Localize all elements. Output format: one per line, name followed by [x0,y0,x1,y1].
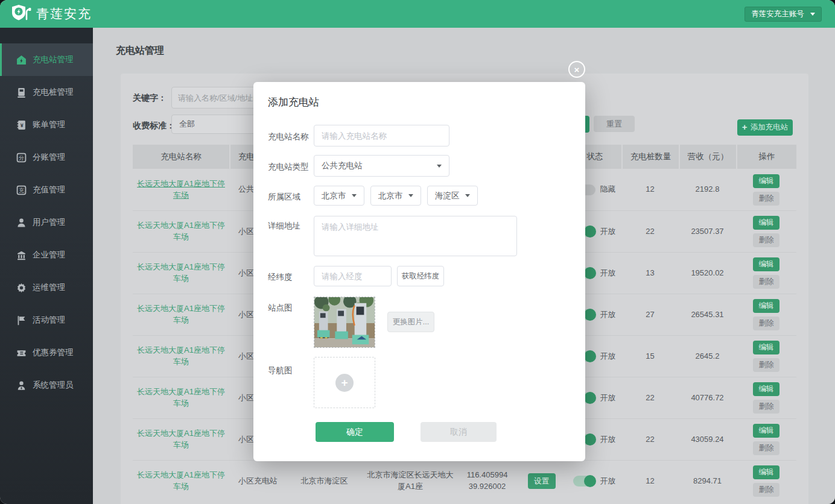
status-toggle[interactable] [573,476,595,487]
latlng-label: 经纬度 [268,272,314,283]
sidebar-item-5[interactable]: 用户管理 [0,206,93,239]
revenue-cell: 23507.37 [679,211,736,252]
longitude-value: 116.405994 [467,470,508,481]
sidebar-item-0[interactable]: 充电站管理 [0,43,93,76]
sidebar-item-7[interactable]: 运维管理 [0,271,93,304]
station-name-input[interactable] [314,125,449,146]
sidebar-item-label: 充电桩管理 [33,87,74,98]
reset-button[interactable]: 重置 [594,116,635,132]
split-icon: 分 [16,152,27,163]
revenue-cell: 2192.8 [679,169,736,210]
bill-icon: ¥ [16,119,27,130]
sidebar-item-8[interactable]: 活动管理 [0,304,93,336]
status-label: 隐藏 [600,184,616,195]
svg-text:¥: ¥ [20,122,23,128]
station-type-select[interactable]: 公共充电站 [314,155,449,177]
site-photo-thumbnail[interactable] [314,297,375,348]
edit-button[interactable]: 编辑 [753,465,779,479]
region-province-select[interactable]: 北京市 [314,186,364,206]
address-cell: 北京市海淀区长远天地大厦A1座 [362,461,459,502]
address-textarea[interactable] [314,216,517,256]
sidebar-item-1[interactable]: 充电桩管理 [0,76,93,109]
sidebar-item-4[interactable]: 充充值管理 [0,174,93,206]
brand-logo: 青莲安充 [11,3,92,25]
actions-cell: 编辑删除 [736,419,796,460]
station-name-link[interactable]: 长远天地大厦A1座地下停车场 [136,262,226,285]
delete-button[interactable]: 删除 [753,275,779,289]
chevron-down-icon [352,194,357,200]
edit-button[interactable]: 编辑 [753,257,779,271]
confirm-button[interactable]: 确定 [316,422,394,442]
cancel-button[interactable]: 取消 [421,422,497,442]
svg-text:充: 充 [18,187,24,194]
recharge-icon: 充 [16,184,27,195]
settings-button[interactable]: 设置 [528,473,556,489]
sidebar-item-label: 充电站管理 [33,54,74,65]
station-name-link[interactable]: 长远天地大厦A1座地下停车场 [136,386,226,409]
sidebar: 充电站管理充电桩管理¥账单管理分分账管理充充值管理用户管理企业管理运维管理活动管… [0,28,93,504]
station-name-link[interactable]: 长远天地大厦A1座地下停车场 [136,428,226,451]
user-icon [16,217,27,228]
delete-button[interactable]: 删除 [753,192,779,206]
edit-button[interactable]: 编辑 [753,216,779,230]
change-photo-button[interactable]: 更换图片... [387,312,434,332]
delete-button[interactable]: 删除 [753,400,779,414]
region-city-value: 北京市 [378,191,408,201]
longitude-input[interactable] [314,266,392,286]
delete-button[interactable]: 删除 [753,483,779,497]
delete-button[interactable]: 删除 [753,441,779,455]
delete-button[interactable]: 删除 [753,233,779,247]
sidebar-item-label: 优惠券管理 [33,347,74,358]
svg-text:分: 分 [17,155,24,161]
add-station-modal: 添加充电站 充电站名称 充电站类型 公共充电站 所属区域 北京市 北京市 海淀区 [253,82,585,461]
flag-icon [16,315,27,326]
edit-button[interactable]: 编辑 [753,424,779,438]
station-name-link[interactable]: 长远天地大厦A1座地下停车场 [136,178,226,201]
pile-count-cell: 13 [621,253,679,294]
get-latlng-button[interactable]: 获取经纬度 [397,266,444,286]
add-station-button[interactable]: + 添加充电站 [737,119,793,136]
latlng-cell: 116.40599439.926002 [459,461,516,502]
delete-button[interactable]: 删除 [753,317,779,330]
actions-cell: 编辑删除 [736,253,796,294]
sidebar-item-2[interactable]: ¥账单管理 [0,109,93,141]
account-dropdown[interactable]: 青莲安充主账号 [745,7,822,22]
pile-count-cell: 12 [621,461,679,502]
station-name-cell: 长远天地大厦A1座地下停车场 [133,377,229,418]
region-city-select[interactable]: 北京市 [370,186,421,206]
actions-box: 编辑删除 [753,216,779,247]
charging-station-photo [314,297,375,347]
modal-close-button[interactable]: × [568,61,585,78]
column-header-0: 充电站名称 [133,145,229,169]
sidebar-item-3[interactable]: 分分账管理 [0,141,93,174]
edit-button[interactable]: 编辑 [753,174,779,188]
nav-map-upload[interactable]: + [314,357,375,408]
toggle-knob [584,225,596,238]
station-name-link[interactable]: 长远天地大厦A1座地下停车场 [136,220,226,243]
station-name-cell: 长远天地大厦A1座地下停车场 [133,169,229,210]
station-type-label: 充电站类型 [268,162,314,172]
station-name-link[interactable]: 长远天地大厦A1座地下停车场 [136,345,226,368]
delete-button[interactable]: 删除 [753,358,779,372]
sidebar-top-strip [0,28,93,43]
actions-cell: 编辑删除 [736,336,796,377]
edit-button[interactable]: 编辑 [753,382,779,396]
revenue-cell: 26545.31 [679,294,736,335]
station-type-value: 公共充电站 [322,160,437,171]
region-district-select[interactable]: 海淀区 [427,186,478,206]
enterprise-icon [16,250,27,260]
actions-cell: 编辑删除 [736,461,796,502]
sidebar-item-label: 活动管理 [33,315,65,326]
station-name-link[interactable]: 长远天地大厦A1座地下停车场 [136,470,226,493]
actions-box: 编辑删除 [753,174,779,206]
status-label: 开放 [600,476,616,487]
station-name-link[interactable]: 长远天地大厦A1座地下停车场 [136,303,226,326]
sidebar-item-6[interactable]: 企业管理 [0,239,93,271]
sidebar-item-10[interactable]: 系统管理员 [0,369,93,402]
sidebar-item-9[interactable]: 优惠券管理 [0,336,93,369]
keyword-label: 关键字： [133,93,167,104]
coupon-icon [16,347,27,358]
edit-button[interactable]: 编辑 [753,299,779,313]
actions-cell: 编辑删除 [736,211,796,252]
edit-button[interactable]: 编辑 [753,341,779,354]
